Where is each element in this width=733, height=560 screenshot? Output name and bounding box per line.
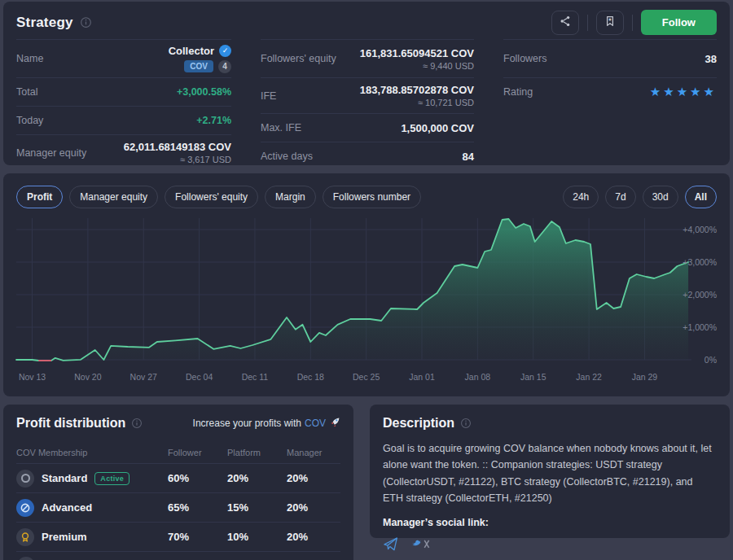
y-axis-label: +2,000%	[683, 290, 717, 300]
x-axis-label: Dec 11	[242, 372, 269, 382]
description-title: Description	[383, 416, 454, 431]
share-button[interactable]	[551, 11, 579, 35]
telegram-icon	[383, 536, 398, 554]
x-axis-label: Jan 01	[409, 372, 435, 382]
active-days-value: 84	[463, 151, 474, 163]
advanced-tier-icon	[16, 499, 34, 517]
premium-tier-icon	[16, 528, 34, 546]
profit-area-chart: 0%+1,000%+2,000%+3,000%+4,000%Nov 13Nov …	[3, 212, 730, 387]
x-axis-label: Dec 25	[353, 372, 380, 382]
range-all[interactable]: All	[685, 186, 717, 208]
x-axis-label: Dec 04	[186, 372, 213, 382]
stat-row-active-days: Active days 84	[261, 142, 474, 170]
divider	[587, 15, 588, 31]
y-axis-label: +1,000%	[683, 322, 717, 332]
cov-promo-link[interactable]: Increase your profits with COV	[193, 417, 340, 431]
stat-row-total: Total +3,000.58%	[16, 77, 231, 106]
cov-link[interactable]: COV	[305, 418, 326, 429]
followers-equity-usd: ≈ 9,440 USD	[423, 61, 474, 71]
range-24h[interactable]: 24h	[563, 186, 599, 208]
tab-followers-number[interactable]: Followers number	[323, 186, 421, 208]
x-axis-label: Jan 29	[632, 372, 658, 382]
stat-label: Total	[16, 86, 37, 98]
ife-usd: ≈ 10,721 USD	[418, 98, 474, 107]
stat-label: Active days	[261, 151, 313, 162]
info-icon[interactable]	[131, 418, 143, 429]
tier-name: Advanced	[42, 501, 92, 514]
stat-row-rating: Rating ★★★★★	[503, 77, 717, 106]
star-icon: ★	[704, 85, 717, 98]
platform-share: 20%	[227, 472, 287, 484]
col-manager: Manager	[287, 448, 340, 457]
stat-row-max-ife: Max. IFE 1,500,000 COV	[261, 113, 474, 142]
tab-manager-equity[interactable]: Manager equity	[69, 186, 158, 208]
x-axis-label: Nov 20	[74, 372, 101, 382]
profit-distribution-title: Profit distribution	[16, 416, 125, 431]
description-card: Description Goal is to acquire growing C…	[370, 405, 730, 538]
stat-label: Followers	[503, 53, 547, 64]
cov-token-badge[interactable]: COV	[184, 60, 213, 72]
manager-share: 20%	[287, 531, 340, 543]
table-row-standard: Standard Active 60% 20% 20%	[16, 463, 340, 492]
x-axis-label: Nov 13	[19, 372, 46, 382]
stat-row-today: Today +2.71%	[16, 106, 231, 134]
tier-name: Standard	[42, 472, 87, 484]
tab-followers-equity[interactable]: Followers' equity	[165, 186, 258, 208]
table-row-premium: Premium 70% 10% 20%	[16, 522, 340, 551]
info-icon[interactable]	[80, 16, 92, 28]
today-profit-value: +2.71%	[196, 115, 231, 126]
active-badge: Active	[94, 472, 129, 485]
ife-value: 183,788.85702878 COV	[360, 84, 474, 96]
verified-icon: ✓	[219, 45, 231, 57]
info-icon[interactable]	[460, 418, 472, 429]
star-icon: ★	[663, 85, 676, 98]
range-7d[interactable]: 7d	[605, 186, 635, 208]
stat-label: Manager equity	[16, 147, 86, 159]
tab-profit[interactable]: Profit	[16, 186, 63, 208]
x-axis-label: Jan 08	[465, 372, 491, 382]
twitter-x-link[interactable]	[411, 537, 431, 553]
x-axis-label: Dec 18	[297, 372, 324, 382]
tab-margin[interactable]: Margin	[265, 186, 316, 208]
profit-distribution-table: COV Membership Follower Platform Manager…	[16, 442, 340, 560]
followers-equity-value: 161,831.65094521 COV	[360, 47, 474, 59]
chart-range-tabs: 24h 7d 30d All	[563, 186, 717, 208]
stat-row-name: Name Collector ✓ COV 4	[16, 39, 231, 77]
range-30d[interactable]: 30d	[643, 186, 678, 208]
tier-name: Premium	[42, 531, 87, 543]
stat-label: Rating	[503, 86, 533, 98]
stat-row-ife: IFE 183,788.85702878 COV ≈ 10,721 USD	[261, 77, 474, 113]
manager-share: 20%	[287, 472, 340, 484]
table-row-advanced: Advanced 65% 15% 20%	[16, 492, 340, 522]
chart-toolbar: Profit Manager equity Followers' equity …	[3, 173, 730, 208]
table-header-row: COV Membership Follower Platform Manager	[16, 442, 340, 463]
promo-text: Increase your profits with	[193, 418, 301, 429]
col-follower: Follower	[168, 448, 227, 457]
followers-count: 38	[705, 53, 717, 65]
follow-button[interactable]: Follow	[641, 10, 717, 35]
stat-row-followers-equity: Followers' equity 161,831.65094521 COV ≈…	[261, 39, 474, 77]
strategy-name: Collector	[169, 45, 214, 57]
telegram-link[interactable]	[383, 536, 398, 554]
manager-equity-value: 62,011.68149183 COV	[124, 141, 231, 153]
col-membership: COV Membership	[16, 448, 168, 457]
profit-chart[interactable]: 0%+1,000%+2,000%+3,000%+4,000%Nov 13Nov …	[3, 212, 730, 387]
manager-equity-usd: ≈ 3,617 USD	[180, 155, 231, 164]
watchlist-button[interactable]: ★	[596, 11, 624, 35]
stat-label: Followers' equity	[261, 53, 336, 64]
y-axis-label: +4,000%	[683, 225, 717, 234]
x-axis-label: Jan 15	[520, 372, 546, 382]
rocket-icon	[329, 417, 340, 431]
stats-column-1: Name Collector ✓ COV 4 Total +3,000.58%	[16, 39, 231, 170]
x-axis-label: Jan 22	[576, 372, 602, 382]
count-badge[interactable]: 4	[218, 60, 231, 73]
divider	[632, 15, 633, 31]
stat-label: Today	[16, 115, 43, 126]
svg-text:★: ★	[608, 17, 612, 22]
stat-row-manager-equity: Manager equity 62,011.68149183 COV ≈ 3,6…	[16, 134, 231, 170]
table-row-clipped	[16, 551, 340, 560]
total-profit-value: +3,000.58%	[177, 86, 231, 98]
platform-share: 15%	[227, 501, 287, 514]
share-icon	[559, 15, 572, 30]
follower-share: 60%	[168, 472, 227, 484]
